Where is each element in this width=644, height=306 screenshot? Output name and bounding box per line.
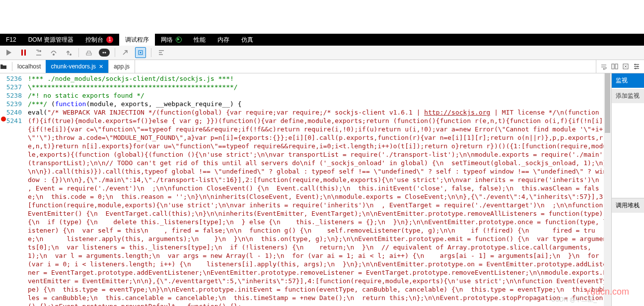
- callstack-panel-header[interactable]: 调用堆栈: [612, 198, 644, 213]
- step-out-button[interactable]: [64, 48, 73, 58]
- word-wrap-icon[interactable]: [600, 63, 607, 70]
- code-content[interactable]: !*** ./node_modules/sockjs-client/dist/s…: [28, 74, 607, 306]
- debugger-side-panel: 监视 添加监视 调用堆栈: [611, 73, 644, 306]
- svg-point-15: [637, 66, 639, 67]
- toolbar-separator: [78, 48, 79, 57]
- settings-icon[interactable]: [633, 63, 640, 70]
- svg-point-8: [105, 52, 106, 54]
- tab-console-label: 控制台: [85, 36, 103, 44]
- network-record-icon: [176, 37, 182, 43]
- svg-rect-12: [615, 64, 618, 69]
- panel-spacer: [612, 103, 644, 198]
- debugger-toolbar: [0, 46, 644, 60]
- pretty-print-button[interactable]: [156, 48, 166, 58]
- line-number[interactable]: 5240: [0, 108, 25, 117]
- line-number[interactable]: 5237: [0, 83, 25, 91]
- svg-point-14: [635, 64, 636, 65]
- tab-emulation[interactable]: 仿真: [235, 34, 259, 46]
- line-number[interactable]: 5238: [0, 91, 25, 100]
- svg-rect-0: [21, 50, 23, 56]
- vertical-scrollbar[interactable]: [604, 73, 611, 306]
- sourcemap-icon[interactable]: [622, 63, 629, 70]
- tab-debugger[interactable]: 调试程序: [119, 34, 155, 46]
- open-file-button[interactable]: [0, 63, 12, 69]
- svg-rect-1: [24, 50, 26, 56]
- code-line: eval("/* WEBPACK VAR INJECTION */(functi…: [28, 108, 607, 306]
- break-new-worker-button[interactable]: [84, 48, 94, 58]
- code-line: /*! no static exports found */: [28, 91, 607, 100]
- watch-panel-header[interactable]: 监视: [612, 73, 644, 88]
- browser-viewport-blank: [0, 0, 644, 34]
- csdn-attribution: CSDN @不二臣_: [551, 296, 597, 304]
- console-error-badge: 1: [106, 36, 113, 43]
- add-watch-button[interactable]: 添加监视: [612, 89, 644, 103]
- svg-point-3: [53, 54, 55, 56]
- toolbar-separator: [151, 48, 151, 57]
- file-tab-label: app.js: [114, 63, 130, 70]
- tab-performance[interactable]: 性能: [188, 34, 212, 46]
- disconnect-button[interactable]: [120, 48, 130, 58]
- line-gutter: 5236 5237 5238 5239 5240 5241: [0, 73, 25, 125]
- code-line: \***************************************…: [28, 83, 607, 91]
- continue-button[interactable]: [4, 48, 14, 58]
- tab-network[interactable]: 网络: [155, 34, 188, 46]
- step-into-button[interactable]: [34, 48, 44, 58]
- just-my-code-button[interactable]: [135, 47, 146, 58]
- file-bar-actions: [596, 60, 644, 73]
- tab-console[interactable]: 控制台 1: [79, 34, 119, 46]
- tab-network-label: 网络: [161, 36, 173, 44]
- file-tab-label: chunk-vendors.js: [51, 63, 96, 70]
- code-editor[interactable]: 5236 5237 5238 5239 5240 5241 !*** ./nod…: [0, 73, 611, 306]
- svg-rect-5: [86, 53, 91, 55]
- svg-point-7: [103, 52, 104, 54]
- toolbar-separator: [115, 48, 115, 57]
- tab-dom-explorer[interactable]: DOM 资源管理器: [22, 34, 79, 46]
- file-tab-app[interactable]: app.js: [109, 60, 135, 73]
- code-line: /***/ (function(module, exports, __webpa…: [28, 100, 607, 108]
- svg-point-6: [101, 51, 107, 55]
- line-number[interactable]: 5239: [0, 100, 25, 108]
- tab-f12[interactable]: F12: [0, 34, 22, 46]
- sockjs-url-link[interactable]: http://sockjs.org: [424, 109, 490, 116]
- devtools-tab-strip: F12 DOM 资源管理器 控制台 1 调试程序 网络 性能 内存 仿真: [0, 34, 644, 46]
- svg-point-16: [635, 68, 637, 69]
- breadcrumb-host[interactable]: localhost: [12, 60, 46, 73]
- close-tab-icon[interactable]: ✕: [99, 63, 103, 70]
- svg-point-2: [39, 50, 41, 52]
- exception-behavior-button[interactable]: [99, 49, 110, 57]
- svg-point-4: [70, 54, 72, 56]
- compare-icon[interactable]: [611, 63, 618, 70]
- svg-point-10: [140, 52, 142, 54]
- step-over-button[interactable]: [49, 48, 59, 58]
- scrollbar-thumb[interactable]: [605, 73, 610, 133]
- line-number[interactable]: 5241: [0, 117, 25, 125]
- line-number[interactable]: 5236: [0, 74, 25, 83]
- code-line: !*** ./node_modules/sockjs-client/dist/s…: [28, 74, 607, 83]
- file-tab-bar: localhost chunk-vendors.js ✕ app.js: [0, 60, 644, 73]
- tab-memory[interactable]: 内存: [212, 34, 235, 46]
- pause-button[interactable]: [19, 48, 29, 58]
- main-area: 5236 5237 5238 5239 5240 5241 !*** ./nod…: [0, 73, 644, 306]
- file-tab-chunk-vendors[interactable]: chunk-vendors.js ✕: [46, 60, 109, 73]
- svg-rect-11: [612, 64, 614, 69]
